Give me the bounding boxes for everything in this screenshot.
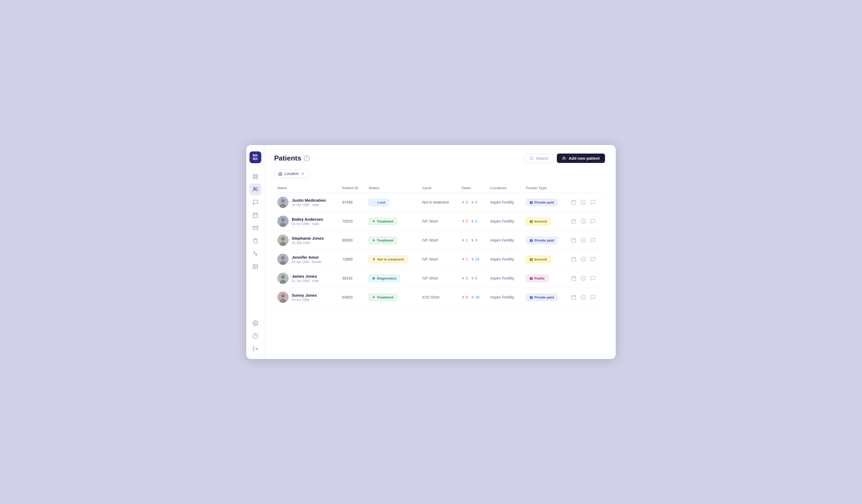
status-badge: ⊕Diagnostics (369, 275, 400, 282)
svg-line-19 (533, 159, 533, 160)
message-action-icon[interactable] (590, 256, 596, 262)
table-row[interactable]: Stephanie Jones 30 Sep 1992 · 60990 ✦Tre… (274, 231, 605, 250)
col-actions (567, 183, 605, 193)
patient-cycle: IVF Short (419, 269, 458, 288)
status-label: Lead (377, 200, 385, 204)
patient-funder: ▤Insured (523, 250, 568, 269)
patient-tasks: 1 14 (458, 250, 487, 269)
patient-name-cell: Stephanie Jones 30 Sep 1992 · (274, 231, 339, 250)
nav-item-media[interactable] (249, 261, 261, 272)
table-row[interactable]: Jennifer Amor 06 Apr 1993 · female 72669… (274, 250, 605, 269)
funder-label: Insured (534, 257, 547, 261)
table-row[interactable]: Bailey Andersen 03 Oct 1990 · male 70023… (274, 212, 605, 231)
nav-item-reports[interactable] (249, 235, 261, 247)
patient-name: Jennifer Amor (292, 255, 322, 260)
page-title: Patients (274, 154, 301, 162)
patient-location: Aspen Fertility (487, 193, 523, 212)
patient-cycle: IVF Short (419, 231, 458, 250)
nav-item-logout[interactable] (249, 343, 261, 355)
nav-item-calendar[interactable] (249, 209, 261, 221)
svg-point-15 (253, 334, 258, 339)
arrow-down-icon (471, 276, 474, 280)
arrow-down-icon (471, 295, 474, 299)
check-action-icon[interactable] (580, 237, 586, 243)
table-row[interactable]: Justin Medication 04 Oct 1990 · male 974… (274, 193, 605, 212)
nav-item-settings[interactable] (249, 317, 261, 329)
svg-rect-34 (572, 220, 576, 223)
add-patient-button[interactable]: Add new patient (557, 154, 605, 163)
status-icon: ✦ (372, 295, 375, 299)
nav-item-billing[interactable] (249, 222, 261, 234)
message-action-icon[interactable] (590, 199, 596, 205)
patient-name-cell: Jennifer Amor 06 Apr 1993 · female (274, 250, 339, 269)
message-action-icon[interactable] (590, 218, 596, 224)
table-row[interactable]: Sunny Jones 05 Jun 1986 · 64693 ✦Treatme… (274, 288, 605, 307)
check-action-icon[interactable] (580, 294, 586, 300)
message-action-icon[interactable] (590, 237, 596, 243)
nav-item-help[interactable] (249, 330, 261, 342)
check-action-icon[interactable] (580, 275, 586, 281)
patient-status: ✦Treatment (365, 231, 419, 250)
patient-name: Sunny Jones (292, 293, 317, 297)
funder-label: Private paid (534, 200, 554, 204)
chevron-down-icon (301, 172, 305, 175)
tasks-up: 2 (461, 219, 468, 223)
patient-status: ⏸Not in treatment (365, 250, 419, 269)
avatar (277, 216, 289, 227)
calendar-action-icon[interactable] (571, 256, 577, 262)
nav-items (249, 171, 261, 314)
message-action-icon[interactable] (590, 294, 596, 300)
nav-item-patients[interactable] (249, 184, 261, 195)
funder-label: Private paid (534, 238, 554, 242)
home-icon (278, 172, 283, 176)
patient-dob: 30 Sep 1992 · (292, 241, 324, 245)
patient-location: Aspen Fertility (487, 269, 523, 288)
patient-cycle: Not in treatment (419, 193, 458, 212)
nav-item-dashboard[interactable] (249, 171, 261, 183)
status-icon: ⊕ (372, 276, 375, 280)
app-container: WAWA (246, 145, 616, 359)
check-action-icon[interactable] (580, 218, 586, 224)
patient-status: ⊕Diagnostics (365, 269, 419, 288)
calendar-action-icon[interactable] (571, 218, 577, 224)
calendar-action-icon[interactable] (571, 294, 577, 300)
status-label: Treatment (377, 295, 393, 299)
table-header-row: Name Patient ID Status Cycle Tasks Locat… (274, 183, 605, 193)
patient-tasks: 2 2 (458, 212, 487, 231)
location-filter-button[interactable]: Location (274, 169, 309, 178)
arrow-down-icon (471, 257, 474, 261)
patient-status: →Lead (365, 193, 419, 212)
calendar-action-icon[interactable] (571, 237, 577, 243)
calendar-action-icon[interactable] (571, 199, 577, 205)
table-row[interactable]: James Jones 01 Jun 1990 · male 30316 ⊕Di… (274, 269, 605, 288)
calendar-action-icon[interactable] (571, 275, 577, 281)
filter-bar: Location (274, 169, 605, 178)
svg-point-18 (530, 157, 533, 160)
arrow-up-icon (461, 200, 465, 204)
tasks-down: 0 (471, 200, 477, 204)
nav-item-messages[interactable] (249, 196, 261, 208)
svg-rect-5 (253, 213, 258, 218)
funder-badge: ▤Private paid (526, 294, 558, 301)
nav-item-analytics[interactable] (249, 248, 261, 260)
message-action-icon[interactable] (590, 275, 596, 281)
svg-rect-26 (572, 200, 576, 204)
search-button[interactable]: Search (524, 154, 554, 163)
patient-name-cell: James Jones 01 Jun 1990 · male (274, 269, 339, 288)
status-icon: ⏸ (372, 257, 376, 261)
patient-name: Justin Medication (292, 198, 326, 202)
funder-label: Private paid (534, 295, 554, 299)
check-action-icon[interactable] (580, 256, 586, 262)
help-icon[interactable]: ? (304, 156, 310, 161)
funder-label: Public (534, 276, 545, 280)
status-badge: ⏸Not in treatment (369, 256, 407, 263)
main-content: Patients ? Search Add new patient Locati… (264, 145, 616, 359)
logo: WAWA (249, 151, 261, 163)
patient-dob: 06 Apr 1993 · female (292, 260, 322, 264)
patient-tasks: 0 0 (458, 193, 487, 212)
check-action-icon[interactable] (580, 199, 586, 205)
svg-point-64 (281, 294, 285, 298)
svg-point-48 (281, 256, 285, 260)
patient-actions (567, 269, 605, 288)
tasks-down: 5 (471, 276, 477, 280)
